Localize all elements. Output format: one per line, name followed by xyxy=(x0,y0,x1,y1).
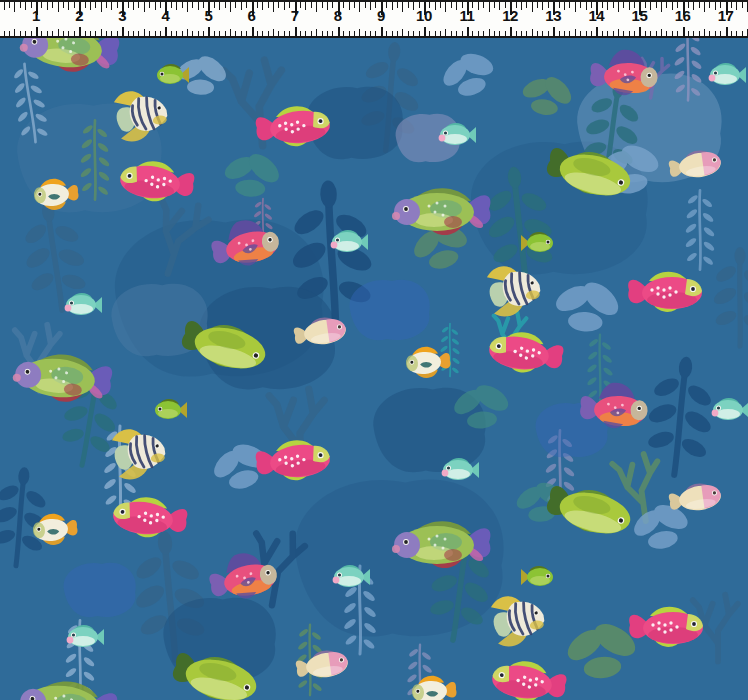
ruler-tick xyxy=(182,2,183,8)
ruler-tick xyxy=(241,2,242,10)
ruler-tick xyxy=(9,2,10,8)
ruler-tick xyxy=(354,31,355,36)
ruler-tick xyxy=(68,2,69,10)
ruler-tick xyxy=(720,31,721,36)
ruler-tick xyxy=(613,31,614,36)
ruler-tick xyxy=(235,2,236,8)
ruler-tick xyxy=(273,2,274,12)
ruler-tick xyxy=(629,31,630,36)
ruler-tick xyxy=(397,2,398,8)
ruler-tick xyxy=(230,2,231,12)
ruler-tick xyxy=(262,2,263,10)
ruler-tick xyxy=(365,2,366,8)
ruler-tick xyxy=(327,2,328,10)
ruler-tick xyxy=(359,29,360,36)
ruler-tick xyxy=(392,31,393,36)
ruler-tick xyxy=(111,31,112,36)
ruler-tick xyxy=(445,29,446,36)
ruler-tick xyxy=(542,31,543,36)
ruler-tick xyxy=(505,31,506,36)
ruler-tick xyxy=(171,2,172,8)
ruler-tick xyxy=(165,27,167,36)
ruler-tick xyxy=(629,2,630,10)
ruler-tick xyxy=(289,31,290,36)
ruler-tick xyxy=(580,2,581,8)
ruler-tick xyxy=(365,31,366,36)
ruler-inch-number: 11 xyxy=(460,7,475,24)
ruler-tick xyxy=(499,2,500,10)
ruler-tick xyxy=(295,27,297,36)
ruler-tick xyxy=(47,2,48,10)
ruler-tick xyxy=(58,29,59,36)
ruler-tick xyxy=(704,2,705,12)
ruler-tick xyxy=(160,31,161,36)
ruler-tick xyxy=(354,2,355,8)
ruler-tick xyxy=(661,29,662,36)
ruler-tick xyxy=(467,27,469,36)
ruler-tick xyxy=(699,31,700,36)
ruler-tick xyxy=(192,2,193,8)
ruler-tick xyxy=(650,31,651,36)
ruler-tick xyxy=(462,31,463,36)
ruler-tick xyxy=(736,31,737,36)
ruler-tick xyxy=(586,2,587,10)
ruler-tick xyxy=(198,31,199,36)
ruler-tick xyxy=(693,2,694,10)
ruler-tick xyxy=(688,31,689,36)
ruler-tick xyxy=(650,2,651,10)
ruler-tick xyxy=(203,31,204,36)
ruler-tick xyxy=(343,31,344,36)
ruler-tick xyxy=(257,2,258,8)
ruler-tick xyxy=(4,31,5,36)
ruler-tick xyxy=(41,2,42,8)
ruler-tick xyxy=(128,2,129,8)
ruler-tick xyxy=(219,31,220,36)
ruler-tick xyxy=(230,29,231,36)
ruler-tick xyxy=(618,29,619,36)
ruler-tick xyxy=(257,31,258,36)
ruler-tick xyxy=(322,2,323,8)
ruler-tick xyxy=(311,31,312,36)
ruler-tick xyxy=(349,2,350,10)
ruler-tick xyxy=(176,2,177,10)
ruler-tick xyxy=(252,27,254,36)
ruler-tick xyxy=(715,31,716,36)
ruler-tick xyxy=(106,2,107,8)
ruler-tick xyxy=(332,31,333,36)
ruler-inch-number: 8 xyxy=(334,7,342,24)
ruler-tick xyxy=(618,2,619,12)
ruler-tick xyxy=(451,31,452,36)
ruler-tick xyxy=(596,27,598,36)
ruler-tick xyxy=(370,2,371,10)
ruler-inch-number: 9 xyxy=(377,7,385,24)
ruler-tick xyxy=(41,31,42,36)
ruler-tick xyxy=(144,2,145,12)
ruler-tick xyxy=(14,2,15,12)
ruler-tick xyxy=(494,2,495,8)
ruler-tick xyxy=(117,31,118,36)
ruler-tick xyxy=(602,31,603,36)
ruler-tick xyxy=(526,31,527,36)
ruler-tick xyxy=(79,27,81,36)
ruler-tick xyxy=(569,31,570,36)
ruler-tick xyxy=(634,31,635,36)
ruler-tick xyxy=(402,29,403,36)
ruler-tick xyxy=(155,31,156,36)
ruler-tick xyxy=(526,2,527,8)
ruler-inch-number: 13 xyxy=(545,7,561,24)
ruler: 1234567891011121314151617 xyxy=(0,0,748,38)
ruler-tick xyxy=(284,2,285,10)
ruler-inch-number: 3 xyxy=(118,7,126,24)
ruler-tick xyxy=(424,27,426,36)
ruler-tick xyxy=(192,31,193,36)
ruler-tick xyxy=(149,2,150,8)
ruler-tick xyxy=(510,27,512,36)
ruler-tick xyxy=(52,2,53,8)
ruler-tick xyxy=(95,31,96,36)
ruler-tick xyxy=(198,2,199,10)
ruler-tick xyxy=(101,29,102,36)
ruler-tick xyxy=(736,2,737,10)
ruler-tick xyxy=(435,2,436,10)
ruler-tick xyxy=(133,31,134,36)
ruler-tick xyxy=(478,2,479,10)
